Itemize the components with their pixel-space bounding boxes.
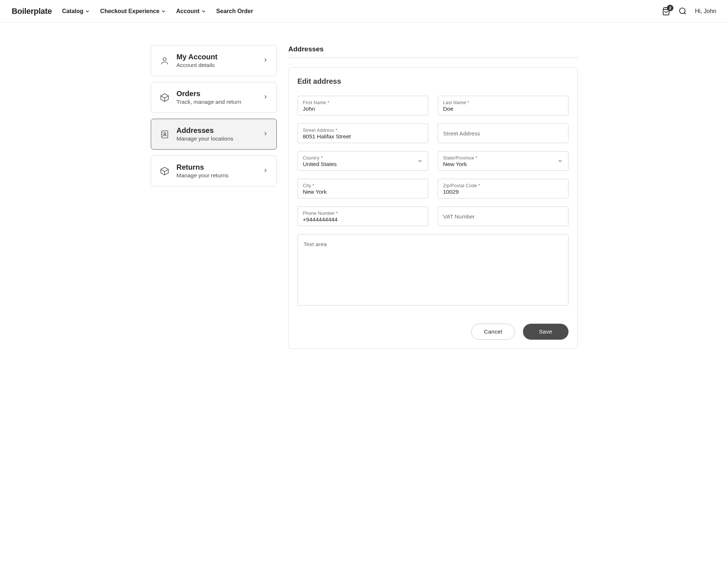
field-label: Phone Number * bbox=[303, 211, 423, 216]
country-field[interactable]: Country * United States bbox=[298, 151, 428, 171]
zip-field[interactable]: Zip/Postal Code * bbox=[438, 179, 568, 198]
chevron-down-icon bbox=[201, 9, 206, 14]
notes-textarea[interactable]: Text area bbox=[298, 234, 568, 305]
sidebar-item-returns[interactable]: Returns Manage your returns bbox=[151, 155, 277, 186]
nav-checkout-experience[interactable]: Checkout Experience bbox=[100, 8, 166, 15]
first-name-field[interactable]: First Name * bbox=[298, 96, 428, 115]
address-book-icon bbox=[160, 130, 169, 139]
nav-search-order[interactable]: Search Order bbox=[216, 8, 253, 15]
field-label: Last Name * bbox=[443, 100, 563, 105]
box-icon bbox=[160, 92, 170, 103]
sidebar-item-label: Addresses bbox=[177, 126, 256, 135]
vat-field[interactable]: VAT Number bbox=[438, 206, 568, 226]
last-name-field[interactable]: Last Name * bbox=[438, 96, 568, 115]
card-title: Edit address bbox=[298, 77, 568, 86]
field-label: Street Address * bbox=[303, 128, 423, 133]
sidebar-item-label: My Account bbox=[177, 53, 256, 61]
sidebar-item-label: Orders bbox=[177, 90, 256, 98]
header: Boilerplate Catalog Checkout Experience … bbox=[0, 0, 728, 23]
edit-address-card: Edit address First Name * Last Name * St… bbox=[288, 67, 578, 349]
nav-checkout-label: Checkout Experience bbox=[100, 8, 160, 15]
sidebar-item-label: Returns bbox=[177, 163, 256, 171]
state-value: New York bbox=[443, 161, 563, 167]
greeting[interactable]: Hi, John bbox=[695, 8, 716, 15]
sidebar-item-sub: Account details bbox=[177, 62, 256, 68]
sidebar-item-sub: Track, manage and return bbox=[177, 99, 256, 105]
cancel-button[interactable]: Cancel bbox=[471, 324, 515, 340]
field-label: State/Province * bbox=[443, 155, 563, 161]
sidebar-item-sub: Manage your locations bbox=[177, 135, 256, 142]
field-label: Zip/Postal Code * bbox=[443, 183, 563, 188]
country-value: United States bbox=[303, 161, 423, 167]
cart-button[interactable]: 2 bbox=[662, 7, 670, 16]
user-icon bbox=[160, 56, 169, 66]
nav-account[interactable]: Account bbox=[176, 8, 206, 15]
top-nav: Catalog Checkout Experience Account Sear… bbox=[62, 8, 662, 15]
field-placeholder: Text area bbox=[304, 241, 327, 247]
svg-point-2 bbox=[163, 58, 166, 61]
phone-field[interactable]: Phone Number * bbox=[298, 206, 428, 226]
page-title: Addresses bbox=[288, 45, 578, 58]
search-button[interactable] bbox=[678, 7, 687, 15]
sidebar-item-orders[interactable]: Orders Track, manage and return bbox=[151, 82, 277, 113]
main: My Account Account details Orders Track,… bbox=[139, 23, 589, 363]
svg-point-4 bbox=[164, 133, 165, 134]
city-field[interactable]: City * bbox=[298, 179, 428, 198]
street-address-1-input[interactable] bbox=[303, 133, 423, 140]
sidebar-item-addresses[interactable]: Addresses Manage your locations bbox=[151, 119, 277, 150]
chevron-down-icon bbox=[557, 158, 563, 164]
sidebar-item-my-account[interactable]: My Account Account details bbox=[151, 45, 277, 76]
sidebar: My Account Account details Orders Track,… bbox=[151, 45, 277, 349]
field-label: Country * bbox=[303, 155, 423, 161]
logo[interactable]: Boilerplate bbox=[12, 7, 52, 16]
zip-input[interactable] bbox=[443, 189, 563, 195]
chevron-down-icon bbox=[85, 9, 90, 14]
field-placeholder: Street Address bbox=[443, 130, 563, 137]
street-address-2-field[interactable]: Street Address bbox=[438, 123, 568, 143]
field-label: First Name * bbox=[303, 100, 423, 105]
nav-account-label: Account bbox=[176, 8, 200, 15]
svg-point-0 bbox=[680, 8, 685, 13]
city-input[interactable] bbox=[303, 189, 423, 195]
chevron-down-icon bbox=[161, 9, 166, 14]
chevron-down-icon bbox=[417, 158, 423, 164]
nav-catalog[interactable]: Catalog bbox=[62, 8, 90, 15]
svg-line-1 bbox=[684, 13, 686, 14]
nav-search-order-label: Search Order bbox=[216, 8, 253, 15]
state-province-field[interactable]: State/Province * New York bbox=[438, 151, 568, 171]
chevron-right-icon bbox=[263, 57, 268, 63]
chevron-right-icon bbox=[263, 167, 268, 173]
search-icon bbox=[678, 7, 687, 15]
content: Addresses Edit address First Name * Last… bbox=[288, 45, 578, 349]
nav-catalog-label: Catalog bbox=[62, 8, 83, 15]
phone-input[interactable] bbox=[303, 216, 423, 223]
last-name-input[interactable] bbox=[443, 106, 563, 112]
chevron-right-icon bbox=[263, 131, 268, 137]
chevron-right-icon bbox=[263, 94, 268, 100]
sidebar-item-sub: Manage your returns bbox=[177, 172, 256, 179]
box-icon bbox=[160, 166, 170, 176]
street-address-1-field[interactable]: Street Address * bbox=[298, 123, 428, 143]
form-actions: Cancel Save bbox=[298, 324, 568, 340]
field-label: City * bbox=[303, 183, 423, 188]
cart-count-badge: 2 bbox=[667, 5, 673, 11]
field-placeholder: VAT Number bbox=[443, 213, 563, 220]
save-button[interactable]: Save bbox=[523, 324, 568, 340]
first-name-input[interactable] bbox=[303, 106, 423, 112]
header-right: 2 Hi, John bbox=[662, 7, 716, 16]
